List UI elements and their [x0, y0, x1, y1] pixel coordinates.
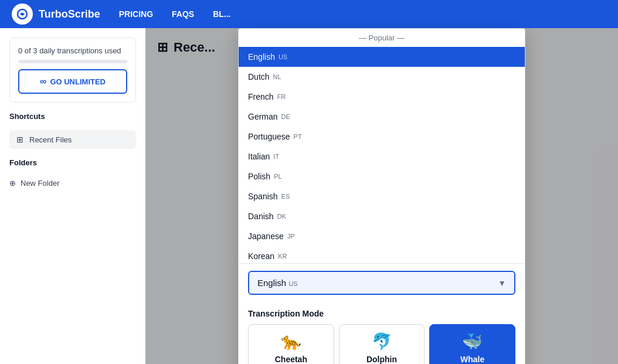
language-item[interactable]: Japanese jp — [239, 226, 525, 246]
folders-label: Folders — [9, 158, 136, 167]
dolphin-emoji: 🐬 — [344, 332, 420, 351]
language-item[interactable]: Korean kr — [239, 246, 525, 263]
folders-section: Folders — [9, 158, 136, 167]
language-item[interactable]: English us — [239, 47, 525, 67]
language-item[interactable]: Italian it — [239, 147, 525, 166]
language-item[interactable]: Spanish es — [239, 186, 525, 206]
language-dropdown-popup: — Popular —English usDutch nlFrench frGe… — [238, 28, 525, 364]
mode-cheetah-card[interactable]: 🐆 Cheetah ⚡ Fastest — [248, 324, 334, 364]
whale-name: Whale — [434, 355, 510, 364]
nav-faqs[interactable]: FAQS — [172, 9, 194, 19]
popular-section-label: — Popular — — [239, 29, 525, 47]
nav-pricing[interactable]: PRICING — [119, 9, 153, 19]
language-item[interactable]: Polish pl — [239, 166, 525, 186]
dolphin-name: Dolphin — [344, 355, 420, 364]
plus-circle-icon: ⊕ — [9, 179, 16, 188]
cheetah-name: Cheetah — [253, 355, 329, 364]
mode-label: Transcription Mode — [248, 309, 515, 318]
logo-area: TurboScribe — [12, 4, 100, 25]
usage-card: 0 of 3 daily transcriptions used ∞ GO UN… — [9, 38, 136, 103]
recent-files-button[interactable]: ⊞ Recent Files — [9, 130, 136, 149]
usage-text: 0 of 3 daily transcriptions used — [18, 46, 127, 55]
go-unlimited-label: GO UNLIMITED — [50, 77, 106, 86]
nav-blog[interactable]: BL... — [213, 9, 230, 19]
shortcuts-label: Shortcuts — [9, 112, 136, 121]
mode-dolphin-card[interactable]: 🐬 Dolphin ✓ Balanced — [339, 324, 425, 364]
selected-language-text: English US — [257, 278, 298, 288]
select-area: English US ▼ — [239, 263, 525, 302]
grid-icon: ⊞ — [16, 135, 23, 144]
language-item[interactable]: Dutch nl — [239, 67, 525, 87]
new-folder-label: New Folder — [21, 179, 59, 188]
shortcuts-section: Shortcuts — [9, 112, 136, 121]
new-folder-button[interactable]: ⊕ New Folder — [9, 176, 136, 190]
whale-emoji: 🐳 — [434, 332, 510, 351]
cheetah-emoji: 🐆 — [253, 332, 329, 351]
modal-overlay: — Popular —English usDutch nlFrench frGe… — [145, 28, 618, 364]
usage-bar — [18, 60, 127, 63]
transcription-mode-section: Transcription Mode 🐆 Cheetah ⚡ Fastest 🐬… — [239, 302, 525, 364]
go-unlimited-button[interactable]: ∞ GO UNLIMITED — [18, 69, 127, 94]
language-item[interactable]: Danish dk — [239, 206, 525, 226]
language-item[interactable]: German de — [239, 107, 525, 127]
logo-text: TurboScribe — [39, 8, 100, 21]
language-item[interactable]: French fr — [239, 87, 525, 107]
mode-whale-card[interactable]: 🐳 Whale ★ Most Accurate — [429, 324, 515, 364]
content-area: ⊞ Rece... — Popular —English usDutch nlF… — [145, 28, 618, 364]
infinity-icon: ∞ — [40, 76, 46, 87]
top-nav: TurboScribe PRICING FAQS BL... — [0, 0, 618, 28]
chevron-down-icon: ▼ — [498, 278, 506, 288]
recent-files-label: Recent Files — [29, 135, 72, 144]
language-item[interactable]: Portuguese pt — [239, 127, 525, 147]
language-list[interactable]: — Popular —English usDutch nlFrench frGe… — [239, 29, 525, 263]
sidebar: 0 of 3 daily transcriptions used ∞ GO UN… — [0, 28, 145, 364]
language-select-box[interactable]: English US ▼ — [248, 271, 515, 295]
mode-options: 🐆 Cheetah ⚡ Fastest 🐬 Dolphin ✓ Balanced… — [248, 324, 515, 364]
logo-icon — [12, 4, 33, 25]
